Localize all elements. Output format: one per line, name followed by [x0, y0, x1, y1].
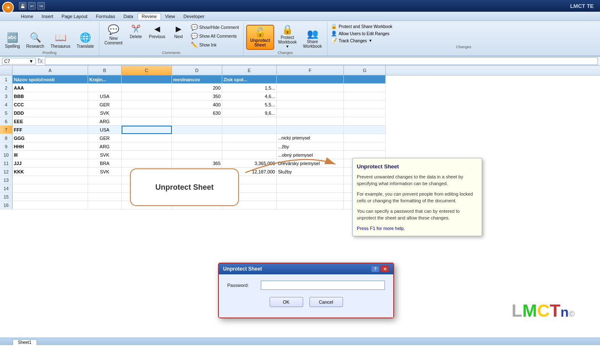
cell-g5[interactable]: [344, 109, 386, 117]
menu-review[interactable]: Review: [138, 13, 161, 20]
cell-c9[interactable]: [122, 142, 172, 151]
menu-insert[interactable]: Insert: [37, 13, 57, 20]
cell-d2[interactable]: 200: [172, 84, 222, 92]
cell-b8[interactable]: GER: [88, 134, 122, 142]
cell-e1[interactable]: Zisk spol...: [222, 75, 277, 84]
cell-a6[interactable]: EEE: [13, 117, 88, 126]
cell-a9[interactable]: HHH: [13, 142, 88, 151]
col-header-f[interactable]: F: [277, 66, 344, 75]
cell-d1[interactable]: mestnancov: [172, 75, 222, 84]
cell-a3[interactable]: BBB: [13, 92, 88, 101]
cell-f16[interactable]: [277, 201, 344, 209]
redo-quick-btn[interactable]: ↪: [37, 2, 45, 10]
cell-f11[interactable]: Drevársky priemysel: [277, 159, 344, 168]
cell-g1[interactable]: [344, 75, 386, 84]
cell-e6[interactable]: [222, 117, 277, 126]
col-header-b[interactable]: B: [88, 66, 122, 75]
cell-b1[interactable]: Krajin...: [88, 75, 122, 84]
cell-g8[interactable]: [344, 134, 386, 142]
save-quick-btn[interactable]: 💾: [19, 2, 26, 10]
dialog-password-input[interactable]: [261, 281, 385, 290]
cell-f15[interactable]: [277, 193, 344, 201]
previous-comment-btn[interactable]: ◀ Previous: [146, 23, 168, 40]
cell-c3[interactable]: [122, 92, 172, 101]
office-button[interactable]: ✦: [2, 2, 14, 13]
menu-data[interactable]: Data: [119, 13, 137, 20]
translate-btn[interactable]: 🌐 Translate: [74, 31, 96, 50]
cell-e9[interactable]: [222, 142, 277, 151]
cell-a14[interactable]: [13, 184, 88, 193]
cell-a11[interactable]: JJJ: [13, 159, 88, 168]
dialog-ok-btn[interactable]: OK: [270, 297, 303, 307]
cell-b15[interactable]: [88, 193, 122, 201]
cell-e2[interactable]: 1,5...: [222, 84, 277, 92]
cell-g7[interactable]: [344, 126, 386, 134]
cell-b7[interactable]: USA: [88, 126, 122, 134]
cell-c10[interactable]: [122, 151, 172, 159]
show-hide-comment-btn[interactable]: 💬 Show/Hide Comment: [189, 23, 240, 31]
cell-g6[interactable]: [344, 117, 386, 126]
cell-d10[interactable]: [172, 151, 222, 159]
cell-b13[interactable]: [88, 176, 122, 184]
cell-b12[interactable]: SVK: [88, 168, 122, 176]
cell-e8[interactable]: [222, 134, 277, 142]
cell-e7[interactable]: [222, 126, 277, 134]
cell-d3[interactable]: 350: [172, 92, 222, 101]
show-all-comments-btn[interactable]: 💬 Show All Comments: [189, 32, 240, 40]
cell-e4[interactable]: 5,5...: [222, 101, 277, 109]
track-changes-btn[interactable]: 📝 Track Changes ▼: [330, 37, 597, 44]
cell-f5[interactable]: [277, 109, 344, 117]
sheet-tab-1[interactable]: Sheet1: [13, 339, 37, 345]
menu-view[interactable]: View: [161, 13, 179, 20]
col-header-c[interactable]: C: [122, 66, 172, 75]
cell-e11[interactable]: 3,365,000: [222, 159, 277, 168]
cell-d7[interactable]: [172, 126, 222, 134]
cell-e3[interactable]: 4,6...: [222, 92, 277, 101]
cell-c6[interactable]: [122, 117, 172, 126]
share-workbook-btn[interactable]: 👥 Share Workbook: [301, 27, 325, 50]
col-header-d[interactable]: D: [172, 66, 222, 75]
cell-a12[interactable]: KKK: [13, 168, 88, 176]
cell-a16[interactable]: [13, 201, 88, 209]
cell-d4[interactable]: 400: [172, 101, 222, 109]
cell-c5[interactable]: [122, 109, 172, 117]
show-ink-btn[interactable]: ✏️ Show Ink: [189, 41, 240, 49]
tooltip-help-link[interactable]: Press F1 for more help.: [357, 226, 405, 231]
cell-g9[interactable]: [344, 142, 386, 151]
cell-f12[interactable]: Služby: [277, 168, 344, 176]
cell-f1[interactable]: [277, 75, 344, 84]
cell-c1[interactable]: [122, 75, 172, 84]
cell-f9[interactable]: ...žby: [277, 142, 344, 151]
cell-f4[interactable]: [277, 101, 344, 109]
cell-f8[interactable]: ...nický priemysel: [277, 134, 344, 142]
protect-workbook-btn[interactable]: 🔒 Protect Workbook ▼: [275, 23, 299, 50]
cell-c8[interactable]: [122, 134, 172, 142]
cell-b4[interactable]: GER: [88, 101, 122, 109]
protect-share-btn[interactable]: 🔒 Protect and Share Workbook: [330, 23, 597, 30]
cell-a13[interactable]: [13, 176, 88, 184]
cell-a15[interactable]: [13, 193, 88, 201]
cell-f13[interactable]: [277, 176, 344, 184]
cell-g2[interactable]: [344, 84, 386, 92]
undo-quick-btn[interactable]: ↩: [28, 2, 36, 10]
cell-b10[interactable]: SVK: [88, 151, 122, 159]
thesaurus-btn[interactable]: 📖 Thesaurus: [48, 31, 73, 50]
cell-b14[interactable]: [88, 184, 122, 193]
menu-home[interactable]: Home: [17, 13, 37, 20]
cell-d5[interactable]: 630: [172, 109, 222, 117]
cell-reference[interactable]: C7 ▼: [2, 58, 36, 65]
cell-a1[interactable]: Názov spoločnosti: [13, 75, 88, 84]
cell-d11[interactable]: 365: [172, 159, 222, 168]
cell-g3[interactable]: [344, 92, 386, 101]
cell-a4[interactable]: CCC: [13, 101, 88, 109]
cell-b6[interactable]: ARG: [88, 117, 122, 126]
cell-f3[interactable]: [277, 92, 344, 101]
cell-e10[interactable]: [222, 151, 277, 159]
cell-a2[interactable]: AAA: [13, 84, 88, 92]
cell-b2[interactable]: [88, 84, 122, 92]
col-header-g[interactable]: G: [344, 66, 386, 75]
cell-b11[interactable]: BRA: [88, 159, 122, 168]
cell-b16[interactable]: [88, 201, 122, 209]
cell-f7[interactable]: [277, 126, 344, 134]
cell-ref-dropdown[interactable]: ▼: [29, 59, 34, 64]
